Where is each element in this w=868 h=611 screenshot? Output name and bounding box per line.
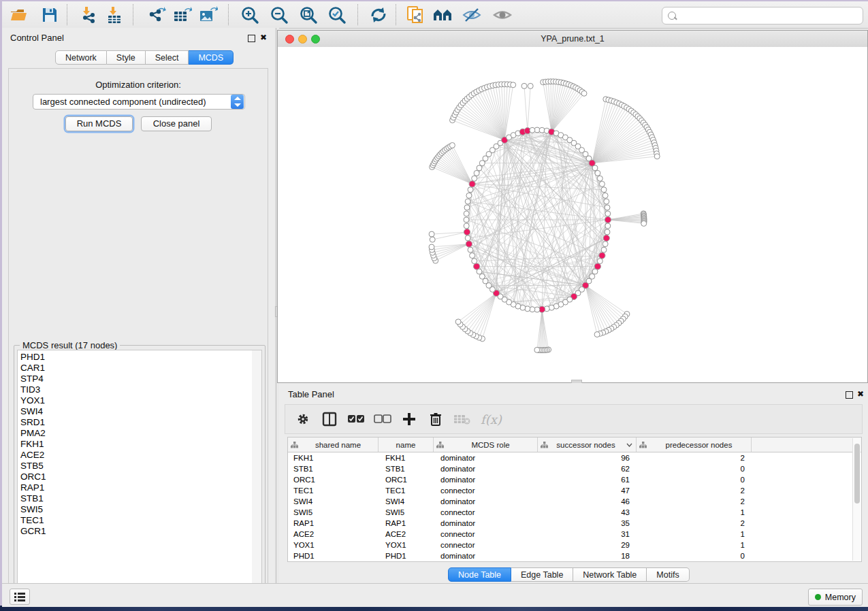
table-row[interactable]: YOX1YOX1connector291 bbox=[288, 540, 861, 550]
table-scrollbar-thumb[interactable] bbox=[854, 444, 860, 503]
mcds-result-item[interactable]: SWI5 bbox=[20, 504, 252, 515]
table-row[interactable]: SWI5SWI5connector431 bbox=[288, 507, 861, 518]
table-settings-icon[interactable] bbox=[294, 410, 312, 428]
table-cell[interactable]: FKH1 bbox=[288, 452, 379, 463]
table-cell[interactable]: dominator bbox=[434, 452, 538, 463]
network-titlebar[interactable]: YPA_prune.txt_1 bbox=[278, 31, 867, 48]
apply-layout-icon[interactable] bbox=[368, 5, 389, 25]
zoom-fit-icon[interactable] bbox=[298, 5, 319, 25]
table-row[interactable]: ORC1ORC1dominator610 bbox=[288, 474, 861, 485]
mcds-result-item[interactable]: GCR1 bbox=[20, 526, 252, 537]
table-cell[interactable]: 18 bbox=[538, 550, 637, 561]
table-cell[interactable]: PHD1 bbox=[379, 550, 434, 561]
table-cell[interactable]: TEC1 bbox=[288, 485, 379, 496]
column-header-predecessor-nodes[interactable]: predecessor nodes bbox=[637, 437, 752, 452]
table-cell[interactable]: YOX1 bbox=[288, 540, 379, 550]
table-cell[interactable]: 1 bbox=[637, 507, 752, 518]
zoom-out-icon[interactable] bbox=[269, 5, 289, 25]
mcds-result-item[interactable]: TEC1 bbox=[20, 515, 252, 526]
table-cell[interactable]: ACE2 bbox=[379, 529, 434, 540]
show-columns-icon[interactable] bbox=[321, 410, 338, 428]
tab-select[interactable]: Select bbox=[146, 50, 189, 65]
table-cell[interactable]: RAP1 bbox=[288, 518, 379, 529]
criterion-dropdown[interactable]: largest connected component (undirected) bbox=[33, 94, 245, 110]
table-cell[interactable]: 62 bbox=[538, 463, 637, 474]
table-cell[interactable]: 61 bbox=[538, 474, 637, 485]
task-history-button[interactable] bbox=[10, 589, 30, 605]
mcds-result-item[interactable]: ORC1 bbox=[20, 472, 252, 482]
column-header-successor-nodes[interactable]: successor nodes bbox=[538, 437, 637, 452]
tab-network[interactable]: Network bbox=[55, 50, 107, 65]
import-network-icon[interactable] bbox=[78, 5, 99, 25]
search-input[interactable] bbox=[662, 7, 863, 24]
table-cell[interactable]: 0 bbox=[637, 550, 752, 561]
deselect-all-icon[interactable] bbox=[374, 410, 391, 428]
tab-edge-table[interactable]: Edge Table bbox=[511, 567, 573, 582]
table-cell[interactable]: 31 bbox=[538, 529, 637, 540]
table-cell[interactable]: 1 bbox=[637, 540, 752, 550]
float-panel-icon[interactable] bbox=[846, 391, 853, 399]
table-cell[interactable]: 0 bbox=[637, 474, 752, 485]
table-cell[interactable]: SWI5 bbox=[379, 507, 434, 518]
table-cell[interactable]: RAP1 bbox=[379, 518, 434, 529]
table-scrollbar[interactable] bbox=[852, 438, 861, 561]
zoom-in-icon[interactable] bbox=[240, 5, 260, 25]
table-cell[interactable]: connector bbox=[434, 540, 538, 550]
select-all-icon[interactable] bbox=[347, 410, 365, 428]
table-cell[interactable]: PHD1 bbox=[288, 550, 379, 561]
open-session-icon[interactable] bbox=[9, 5, 29, 25]
delete-column-icon[interactable] bbox=[427, 410, 445, 428]
tab-node-table[interactable]: Node Table bbox=[448, 567, 511, 582]
table-row[interactable]: RAP1RAP1dominator352 bbox=[288, 518, 861, 529]
mcds-result-item[interactable]: PHD1 bbox=[20, 352, 252, 363]
mcds-result-item[interactable]: YOX1 bbox=[20, 395, 252, 406]
mcds-result-item[interactable]: RAP1 bbox=[20, 482, 252, 493]
table-cell[interactable]: dominator bbox=[434, 550, 538, 561]
table-cell[interactable]: FKH1 bbox=[379, 452, 434, 463]
table-cell[interactable]: STB1 bbox=[288, 463, 379, 474]
table-row[interactable]: SWI4SWI4dominator462 bbox=[288, 496, 861, 507]
close-panel-button[interactable]: Close panel bbox=[141, 116, 212, 131]
memory-button[interactable]: Memory bbox=[808, 589, 863, 606]
table-cell[interactable]: dominator bbox=[434, 518, 538, 529]
close-panel-icon[interactable]: ✖ bbox=[260, 34, 267, 41]
mcds-result-item[interactable]: SRD1 bbox=[20, 417, 252, 428]
table-cell[interactable]: dominator bbox=[434, 474, 538, 485]
table-cell[interactable]: 46 bbox=[538, 496, 637, 507]
mcds-result-item[interactable]: FKH1 bbox=[20, 439, 252, 450]
tab-network-table[interactable]: Network Table bbox=[573, 567, 647, 582]
mcds-result-item[interactable]: STP4 bbox=[20, 374, 252, 384]
mcds-result-item[interactable]: ACE2 bbox=[20, 450, 252, 461]
new-network-from-selection-icon[interactable] bbox=[406, 5, 426, 25]
table-row[interactable]: ACE2ACE2connector311 bbox=[288, 529, 861, 540]
network-canvas[interactable] bbox=[278, 47, 867, 382]
table-row[interactable]: TEC1TEC1connector472 bbox=[288, 485, 861, 496]
table-cell[interactable]: 35 bbox=[538, 518, 637, 529]
close-panel-icon[interactable]: ✖ bbox=[857, 391, 864, 397]
node-table[interactable]: shared namenameMCDS rolesuccessor nodesp… bbox=[287, 437, 862, 562]
import-table-icon[interactable] bbox=[104, 5, 125, 25]
mcds-result-list[interactable]: PHD1CAR1STP4TID3YOX1SWI4SRD1PMA2FKH1ACE2… bbox=[17, 350, 253, 593]
table-cell[interactable]: connector bbox=[434, 529, 538, 540]
table-cell[interactable]: SWI4 bbox=[288, 496, 379, 507]
table-row[interactable]: PHD1PHD1dominator180 bbox=[288, 550, 861, 561]
float-panel-icon[interactable] bbox=[248, 35, 255, 42]
table-cell[interactable]: 29 bbox=[538, 540, 637, 550]
table-row[interactable]: STB1STB1dominator620 bbox=[288, 463, 861, 474]
column-header-name[interactable]: name bbox=[379, 437, 434, 452]
tab-motifs[interactable]: Motifs bbox=[647, 567, 689, 582]
export-image-icon[interactable] bbox=[198, 5, 219, 25]
table-cell[interactable]: 2 bbox=[637, 496, 752, 507]
mcds-result-item[interactable]: CAR1 bbox=[20, 363, 252, 374]
table-cell[interactable]: STB1 bbox=[379, 463, 434, 474]
mcds-result-item[interactable]: PMA2 bbox=[20, 428, 252, 439]
mcds-result-item[interactable]: STB1 bbox=[20, 493, 252, 504]
table-cell[interactable]: dominator bbox=[434, 463, 538, 474]
show-all-icon[interactable] bbox=[492, 5, 513, 25]
table-cell[interactable]: SWI4 bbox=[379, 496, 434, 507]
hide-selected-icon[interactable] bbox=[462, 5, 482, 25]
table-cell[interactable]: YOX1 bbox=[379, 540, 434, 550]
table-cell[interactable]: ORC1 bbox=[379, 474, 434, 485]
table-cell[interactable]: connector bbox=[434, 507, 538, 518]
table-cell[interactable]: 0 bbox=[637, 463, 752, 474]
